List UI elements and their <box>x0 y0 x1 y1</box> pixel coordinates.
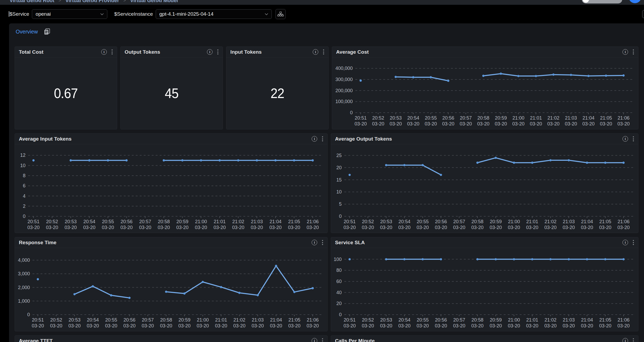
svg-text:3,000: 3,000 <box>18 271 30 276</box>
svg-text:21:04: 21:04 <box>270 317 282 323</box>
kebab-menu-icon[interactable] <box>217 49 219 55</box>
svg-text:03-20: 03-20 <box>123 323 135 328</box>
svg-text:03-20: 03-20 <box>46 225 58 230</box>
dashboard-content: Overview Total Cost i 0.67 Output Tokens… <box>9 23 644 342</box>
breadcrumb-item-provider[interactable]: Virtual GenAI Provider <box>65 0 119 3</box>
svg-text:2,000: 2,000 <box>18 285 30 290</box>
kebab-menu-icon[interactable] <box>111 49 113 55</box>
info-icon[interactable]: i <box>101 49 107 55</box>
service-select[interactable]: openai <box>32 9 107 19</box>
svg-text:03-20: 03-20 <box>87 323 99 328</box>
dashboard-filter-bar: $Service openai $ServiceInstance gpt-4.1… <box>0 5 644 23</box>
info-icon[interactable]: i <box>313 49 318 55</box>
svg-text:03-20: 03-20 <box>471 225 484 230</box>
svg-text:21:05: 21:05 <box>288 317 300 323</box>
svg-text:03-20: 03-20 <box>68 323 80 328</box>
svg-text:20:57: 20:57 <box>453 317 465 323</box>
svg-text:03-20: 03-20 <box>460 121 472 126</box>
info-icon[interactable]: i <box>622 136 628 142</box>
svg-text:03-20: 03-20 <box>599 225 611 230</box>
svg-text:20:52: 20:52 <box>362 219 374 224</box>
svg-text:0: 0 <box>339 312 342 317</box>
svg-text:03-20: 03-20 <box>362 323 374 328</box>
panel-average-output-tokens: Average Output Tokens i 051015202520:510… <box>331 133 638 233</box>
svg-text:21:01: 21:01 <box>215 317 227 323</box>
svg-text:03-20: 03-20 <box>565 121 577 126</box>
svg-text:03-20: 03-20 <box>544 225 557 230</box>
svg-text:03-20: 03-20 <box>270 323 282 328</box>
kebab-menu-icon[interactable] <box>632 338 634 342</box>
breadcrumb-item-root[interactable]: Virtual GenAI Root <box>10 0 54 3</box>
svg-text:03-20: 03-20 <box>435 323 447 328</box>
svg-text:21:04: 21:04 <box>583 115 595 121</box>
info-icon[interactable]: i <box>312 136 317 142</box>
kebab-menu-icon[interactable] <box>321 239 324 246</box>
svg-text:20:53: 20:53 <box>69 317 80 323</box>
svg-text:03-20: 03-20 <box>252 323 264 328</box>
kebab-menu-icon[interactable] <box>323 49 325 55</box>
svg-text:21:06: 21:06 <box>307 317 319 323</box>
tab-overview[interactable]: Overview <box>16 29 38 35</box>
svg-text:03-20: 03-20 <box>530 121 542 126</box>
info-icon[interactable]: i <box>622 49 628 55</box>
average-input-tokens-chart[interactable]: 02468101220:5103-2020:5203-2020:5303-202… <box>15 144 327 233</box>
panel-input-tokens: Input Tokens i 22 <box>226 47 329 129</box>
svg-text:03-20: 03-20 <box>547 121 560 126</box>
topbar-pill-button[interactable] <box>582 0 622 3</box>
service-instance-select[interactable]: gpt-4.1-mini-2025-04-14 <box>156 9 272 19</box>
kebab-menu-icon[interactable] <box>321 136 324 142</box>
average-cost-chart[interactable]: 0100,000200,000300,000400,00020:5103-202… <box>332 57 638 129</box>
info-icon[interactable]: i <box>622 338 628 342</box>
svg-text:03-20: 03-20 <box>178 323 190 328</box>
kebab-menu-icon[interactable] <box>632 49 634 55</box>
svg-text:20:59: 20:59 <box>176 219 188 224</box>
kebab-menu-icon[interactable] <box>632 136 634 142</box>
kebab-menu-icon[interactable] <box>321 338 324 342</box>
svg-text:20:55: 20:55 <box>417 317 429 323</box>
info-icon[interactable]: i <box>312 338 317 342</box>
instance-select-value: gpt-4.1-mini-2025-04-14 <box>159 11 214 17</box>
svg-text:03-20: 03-20 <box>307 225 319 230</box>
stat-value: 0.67 <box>54 85 78 101</box>
svg-text:20:51: 20:51 <box>32 317 44 323</box>
svg-text:03-20: 03-20 <box>544 323 557 328</box>
topology-view-button[interactable] <box>276 9 286 19</box>
svg-text:03-20: 03-20 <box>581 323 593 328</box>
svg-text:15: 15 <box>336 177 342 183</box>
panel-average-ttft: Average TTFT i <box>15 335 328 342</box>
svg-text:03-20: 03-20 <box>251 225 263 230</box>
info-icon[interactable]: i <box>312 240 317 245</box>
svg-text:21:06: 21:06 <box>617 115 629 121</box>
copy-dashboard-icon[interactable] <box>44 28 50 35</box>
svg-text:200,000: 200,000 <box>335 88 353 93</box>
service-sla-chart[interactable]: 02040608010020:5103-2020:5203-2020:5303-… <box>331 248 638 331</box>
panel-average-cost: Average Cost i 0100,000200,000300,000400… <box>332 47 638 129</box>
svg-text:03-20: 03-20 <box>582 121 595 126</box>
panel-title: Calls Per Minute <box>335 338 622 342</box>
svg-text:21:06: 21:06 <box>617 219 629 224</box>
kebab-menu-icon[interactable] <box>632 239 634 246</box>
response-time-chart[interactable]: 01,0002,0003,0004,00020:5103-2020:5203-2… <box>15 248 327 331</box>
breadcrumb-separator: > <box>59 0 61 3</box>
average-output-tokens-chart[interactable]: 051015202520:5103-2020:5203-2020:5303-20… <box>331 144 638 233</box>
svg-text:03-20: 03-20 <box>105 323 117 328</box>
svg-text:03-20: 03-20 <box>477 121 489 126</box>
svg-text:20:57: 20:57 <box>142 317 154 323</box>
svg-text:03-20: 03-20 <box>407 121 419 126</box>
svg-text:21:06: 21:06 <box>617 317 629 323</box>
svg-text:20:57: 20:57 <box>139 219 151 224</box>
breadcrumb-item-model[interactable]: Virtual GenAI Model <box>130 0 178 3</box>
info-icon[interactable]: i <box>622 240 628 245</box>
svg-text:20:54: 20:54 <box>87 317 99 323</box>
svg-text:03-20: 03-20 <box>453 225 465 230</box>
svg-text:12: 12 <box>20 153 26 158</box>
svg-text:21:03: 21:03 <box>251 219 263 224</box>
collapsed-edge-button[interactable] <box>642 10 644 18</box>
info-icon[interactable]: i <box>207 49 213 55</box>
panel-service-sla: Service SLA i 02040608010020:5103-2020:5… <box>331 237 638 331</box>
svg-text:03-20: 03-20 <box>139 225 151 230</box>
svg-text:21:00: 21:00 <box>512 115 524 121</box>
chevron-down-icon <box>100 13 104 15</box>
primary-action-button[interactable] <box>629 0 641 3</box>
svg-text:03-20: 03-20 <box>160 323 172 328</box>
